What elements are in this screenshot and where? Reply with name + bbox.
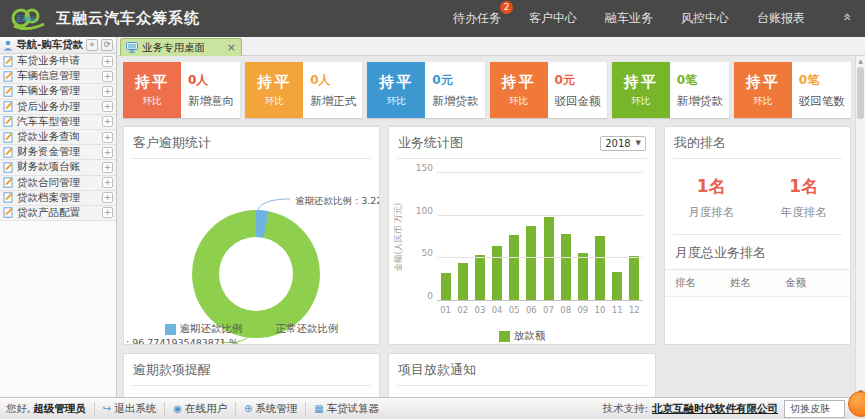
expand-plus-button[interactable]: + (102, 207, 113, 218)
legend-swatch (499, 331, 510, 342)
kpi-value: 0人 (310, 72, 362, 89)
sidebar-item[interactable]: 贷款档案管理 + (0, 191, 116, 206)
bar (509, 235, 519, 301)
expand-plus-button[interactable]: + (102, 162, 113, 173)
year-select-value: 2018 (605, 138, 630, 149)
bar (561, 234, 571, 301)
sidebar-refresh-button[interactable]: ⟳ (101, 39, 113, 51)
expand-plus-button[interactable]: + (102, 101, 113, 112)
sidebar-item[interactable]: 贷后业务办理 + (0, 100, 116, 115)
menu-item-label: 风控中心 (681, 11, 729, 25)
expand-plus-button[interactable]: + (102, 56, 113, 67)
legend-label: 正常还款比例 (276, 322, 339, 336)
document-edit-icon (3, 207, 14, 218)
menu-item-label: 融车业务 (605, 11, 653, 25)
scrollbar-thumb[interactable] (857, 67, 864, 119)
expand-plus-button[interactable]: + (102, 177, 113, 188)
app-title: 互融云汽车众筹系统 (56, 9, 200, 28)
expand-plus-button[interactable]: + (102, 147, 113, 158)
document-edit-icon (3, 147, 14, 158)
sidebar-item-label: 车辆信息管理 (17, 69, 99, 83)
tab-close-icon[interactable]: × (227, 43, 236, 53)
sidebar-item[interactable]: 汽车车型管理 + (0, 115, 116, 130)
panel-overdue-reminder: 逾期款项提醒 (123, 353, 380, 397)
sidebar-item[interactable]: 车辆信息管理 + (0, 69, 116, 84)
monthly-total-rank-title: 月度总业务排名 (665, 235, 850, 270)
status-link[interactable]: ↪ 退出系统 (94, 402, 164, 416)
vertical-scrollbar[interactable]: ▲ ▼ (855, 56, 865, 397)
sidebar-item[interactable]: 贷款产品配置 + (0, 206, 116, 221)
expand-plus-button[interactable]: + (102, 132, 113, 143)
loan-calculator-icon: ▦ (314, 403, 323, 414)
status-link[interactable]: ▦ 车贷试算器 (305, 402, 387, 416)
status-links: ↪ 退出系统 ◉ 在线用户 ⊕ 系统管理 ▦ 车贷试算器 (94, 402, 387, 416)
kpi-trend-block: 持平 环比 (612, 62, 670, 118)
sidebar-item[interactable]: 贷款合同管理 + (0, 176, 116, 191)
menu-item-label: 待办任务 (453, 11, 501, 25)
kpi-trend-text: 持平 (257, 73, 291, 92)
kpi-label: 新增贷款 (432, 94, 484, 109)
sidebar-collapse-button[interactable]: « (86, 39, 98, 51)
expand-plus-button[interactable]: + (102, 192, 113, 203)
floating-theme-button[interactable] (848, 391, 865, 417)
top-menu-item[interactable]: 待办任务 2 (439, 10, 515, 27)
kpi-trend-block: 持平 环比 (734, 62, 792, 118)
expand-plus-button[interactable]: + (102, 86, 113, 97)
bar (526, 226, 536, 301)
sidebar-item-label: 贷后业务办理 (17, 100, 99, 114)
sidebar-item[interactable]: 财务资金管理 + (0, 145, 116, 160)
logout-icon: ↪ (103, 403, 111, 414)
kpi-card: 持平 环比 0元 新增贷款 (367, 62, 484, 118)
expand-plus-button[interactable]: + (102, 71, 113, 82)
top-menu-item[interactable]: 台账报表 (743, 10, 819, 27)
year-select[interactable]: 2018 ▼ (600, 136, 646, 151)
status-link[interactable]: ⊕ 系统管理 (235, 402, 305, 416)
document-edit-icon (3, 116, 14, 127)
x-tick-label: 03 (473, 305, 487, 315)
x-tick-label: 12 (627, 305, 641, 315)
kpi-trend-block: 持平 环比 (245, 62, 303, 118)
top-menu-item[interactable]: 风控中心 (667, 10, 743, 27)
kpi-label: 新增正式 (310, 94, 362, 109)
bar (629, 256, 639, 301)
bar (492, 246, 502, 301)
scroll-up-arrow-icon[interactable]: ▲ (856, 56, 865, 66)
top-menu-item[interactable]: 客户中心 (515, 10, 591, 27)
kpi-compare-text: 环比 (631, 95, 650, 108)
panel-business-statistics: 业务统计图 2018 ▼ 金额(人民币 万元) 0102030405060708… (388, 126, 656, 345)
sidebar-item[interactable]: 车贷业务申请 + (0, 54, 116, 69)
sidebar-item-label: 车辆业务管理 (17, 84, 99, 98)
skin-switch-select[interactable]: 切换皮肤 (784, 400, 845, 418)
donut-ring (192, 210, 320, 338)
status-link[interactable]: ◉ 在线用户 (164, 402, 235, 416)
top-menu-item[interactable]: 融车业务 (591, 10, 667, 27)
kpi-trend-block: 持平 环比 (123, 62, 181, 118)
sidebar-item[interactable]: 车辆业务管理 + (0, 84, 116, 99)
status-bar: 您好, 超级管理员 ↪ 退出系统 ◉ 在线用户 ⊕ 系统管理 ▦ 车贷试算器 技… (0, 397, 865, 419)
menu-item-label: 客户中心 (529, 11, 577, 25)
collapse-header-icon[interactable]: « (841, 13, 857, 22)
kpi-label: 驳回金额 (555, 94, 607, 109)
y-tick-label: 150 (405, 163, 433, 173)
greeting-text: 您好, (6, 402, 30, 416)
year-rank-label: 年度排名 (758, 205, 851, 220)
document-edit-icon (3, 132, 14, 143)
support-company-link[interactable]: 北京互融时代软件有限公司 (652, 402, 778, 416)
menu-item-label: 台账报表 (757, 11, 805, 25)
x-tick-label: 11 (610, 305, 624, 315)
gridline (437, 215, 643, 216)
tab-label: 业务专用桌面 (142, 41, 223, 55)
kpi-compare-text: 环比 (387, 95, 406, 108)
expand-plus-button[interactable]: + (102, 116, 113, 127)
kpi-compare-text: 环比 (753, 95, 772, 108)
sidebar-item[interactable]: 贷款业务查询 + (0, 130, 116, 145)
bar-series (437, 173, 643, 301)
tab-business-desktop[interactable]: 业务专用桌面 × (120, 38, 242, 56)
sidebar-menu: 车贷业务申请 + 车辆信息管理 + 车辆业务管理 + 贷后业务办理 + 汽车车型… (0, 54, 116, 221)
bar (578, 253, 588, 301)
sidebar-item[interactable]: 财务款项台账 + (0, 160, 116, 175)
app-window: 互融云 互融云汽车众筹系统 待办任务 2 客户中心 融车业务 风控中心 台账报表… (0, 0, 865, 419)
kpi-compare-text: 环比 (143, 95, 162, 108)
tech-support: 技术支持: 北京互融时代软件有限公司 (602, 402, 778, 416)
legend-label: 放款额 (514, 329, 546, 343)
